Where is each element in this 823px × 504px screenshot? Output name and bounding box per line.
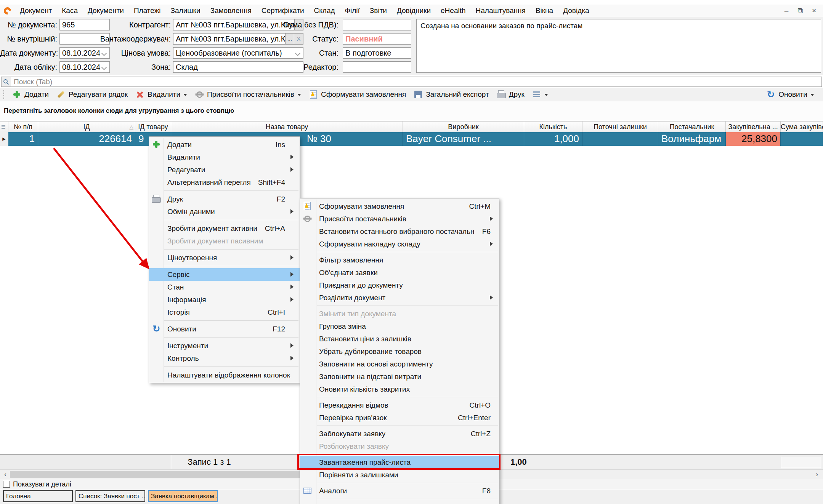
menu-item[interactable]: Приєднати до документу — [300, 279, 499, 291]
menu-item[interactable]: АналогиF8 — [300, 485, 499, 497]
table-cell[interactable]: ▸ — [0, 132, 8, 146]
menu-item[interactable]: Інструменти — [149, 339, 300, 352]
column-header[interactable]: Закупівельна ... — [726, 122, 781, 133]
bottom-tab[interactable]: Заявка поставщикам .. — [148, 490, 218, 502]
menu-item[interactable]: Інформація — [149, 293, 300, 306]
menubar-item[interactable]: Склад — [309, 5, 340, 17]
chevron-down-icon[interactable] — [183, 94, 187, 98]
minimize-button[interactable]: – — [784, 6, 789, 15]
menubar-item[interactable]: Платежі — [129, 5, 166, 17]
menubar-item[interactable]: Налаштування — [471, 5, 531, 17]
menubar-item[interactable]: Звіти — [365, 5, 392, 17]
search-bar[interactable]: Поиск (Tab) — [1, 77, 822, 87]
sum-no-vat-field[interactable] — [343, 19, 411, 30]
menu-item[interactable]: Оновити кількість закритих — [300, 383, 499, 395]
menu-item[interactable]: Об'єднати заявки — [300, 266, 499, 279]
toolbar-button[interactable] — [529, 89, 551, 100]
menubar-item[interactable]: Документи — [83, 5, 129, 17]
comment-memo[interactable]: Создана на основании заказов по прайс-ли… — [416, 19, 821, 73]
menubar-item[interactable]: Вікна — [531, 5, 558, 17]
menu-item[interactable]: Ctrl+F7 — [300, 501, 499, 504]
menu-item[interactable]: Встановити ціни з залишків — [300, 333, 499, 345]
toolbar-button[interactable]: Сформувати замовлення — [306, 89, 409, 100]
menubar-item[interactable]: Залишки — [166, 5, 205, 17]
menu-item[interactable]: Зробити документ активнимCtrl+A — [149, 222, 300, 235]
column-header[interactable]: Кількість — [524, 122, 582, 133]
menu-item[interactable]: Фільтр замовлення — [300, 254, 499, 266]
menu-item[interactable]: ІсторіяCtrl+I — [149, 306, 300, 318]
toolbar-button[interactable]: Друк — [494, 89, 527, 100]
menu-item[interactable]: Сформувати накладну складу — [300, 238, 499, 250]
refresh-button[interactable]: Оновити — [764, 89, 817, 100]
toolbar-grip[interactable] — [3, 90, 6, 99]
menu-item[interactable]: Видалити — [149, 151, 300, 163]
toolbar-button[interactable]: Видалити — [133, 89, 190, 100]
menubar-item[interactable]: eHealth — [436, 5, 471, 17]
menu-item[interactable]: Заповнити на підставі витрати — [300, 370, 499, 383]
table-cell[interactable] — [582, 132, 658, 146]
column-header[interactable]: Сума закупіве — [781, 122, 823, 133]
menu-item[interactable]: Перевірка прив'язокCtrl+Enter — [300, 411, 499, 424]
restore-button[interactable]: ⧉ — [797, 6, 803, 15]
menu-item[interactable]: Порівняти з залишками — [300, 469, 499, 481]
menubar-item[interactable]: Довідка — [558, 5, 594, 17]
toolbar-button[interactable]: Загальний експорт — [411, 89, 491, 100]
menu-item[interactable]: Розділити документ — [300, 291, 499, 304]
table-cell[interactable] — [781, 132, 823, 146]
editor-field[interactable] — [343, 61, 411, 73]
chevron-down-icon[interactable] — [544, 94, 548, 98]
column-header[interactable]: ІД товару — [135, 122, 171, 133]
bottom-tab[interactable]: Список: Заявки пост ... — [75, 490, 145, 502]
table-cell[interactable]: 226614 — [38, 132, 135, 146]
menubar-item[interactable]: Каса — [57, 5, 83, 17]
column-header[interactable]: Поточні залишки — [582, 122, 658, 133]
menubar-item[interactable]: Сертифікати — [257, 5, 309, 17]
column-header[interactable]: Виробник — [403, 122, 524, 133]
menu-item[interactable]: Сформувати замовленняCtrl+M — [300, 200, 499, 213]
chevron-down-icon[interactable] — [297, 94, 301, 98]
menubar-item[interactable]: Замовлення — [205, 5, 257, 17]
menu-item[interactable]: Редагувати — [149, 163, 300, 176]
chevron-down-icon[interactable] — [810, 94, 814, 98]
menu-item[interactable]: Завантаження прайс-листа — [300, 456, 499, 469]
menu-item[interactable]: Ціноутворення — [149, 251, 300, 264]
menubar-item[interactable]: Документ — [15, 5, 57, 17]
table-cell[interactable]: 1 — [8, 132, 38, 146]
menu-item[interactable]: Убрать дублирование товаров — [300, 345, 499, 358]
toolbar-button[interactable]: Присвоїти постачальників — [192, 89, 304, 100]
toolbar-button[interactable]: Додати — [10, 89, 51, 100]
toolbar-button[interactable]: Редагувати рядок — [54, 89, 130, 100]
menu-item[interactable]: Альтернативний переглядShift+F4 — [149, 176, 300, 189]
column-header[interactable]: Назва товару — [171, 122, 403, 133]
menubar-item[interactable]: Філії — [340, 5, 365, 17]
menu-item[interactable]: ДодатиIns — [149, 138, 300, 151]
menu-item[interactable]: Перекидання відмовCtrl+O — [300, 399, 499, 411]
scroll-left-icon[interactable]: ‹ — [1, 470, 10, 479]
menu-item[interactable]: Обмін даними — [149, 205, 300, 218]
close-button[interactable]: × — [812, 6, 816, 15]
show-details-checkbox[interactable] — [3, 481, 10, 488]
menu-item[interactable]: Встановити останнього вибраного постачал… — [300, 225, 499, 238]
menu-item[interactable]: Групова зміна — [300, 320, 499, 333]
table-row[interactable]: ▸12266149№ 30Bayer Consumer ...1,000Воли… — [0, 132, 823, 146]
menu-item[interactable]: Сервіс — [149, 268, 300, 281]
menu-item[interactable]: Налаштувати відображення колонок — [149, 369, 300, 381]
table-cell[interactable]: 1,000 — [524, 132, 582, 146]
scroll-right-icon[interactable]: › — [812, 470, 821, 479]
column-header[interactable]: ІД△ — [38, 122, 135, 133]
menu-item[interactable]: Заповнити на основі асортименту — [300, 358, 499, 370]
menubar-item[interactable]: Довідники — [392, 5, 436, 17]
menu-item[interactable]: Заблокувати заявкуCtrl+Z — [300, 427, 499, 440]
table-cell[interactable]: Bayer Consumer ... — [403, 132, 524, 146]
menu-item[interactable]: Присвоїти постачальників — [300, 213, 499, 225]
table-cell[interactable]: Волиньфарм — [658, 132, 726, 146]
menu-item[interactable]: Стан — [149, 281, 300, 293]
menu-item[interactable]: ОновитиF12 — [149, 323, 300, 335]
table-cell[interactable]: 25,8300 — [726, 132, 781, 146]
column-header[interactable]: Постачальник — [658, 122, 726, 133]
column-header[interactable] — [0, 122, 8, 133]
column-header[interactable]: № п/п — [8, 122, 38, 133]
menu-item[interactable]: ДрукF2 — [149, 193, 300, 205]
bottom-tab[interactable]: Головна — [3, 490, 73, 502]
menu-item[interactable]: Контроль — [149, 352, 300, 365]
